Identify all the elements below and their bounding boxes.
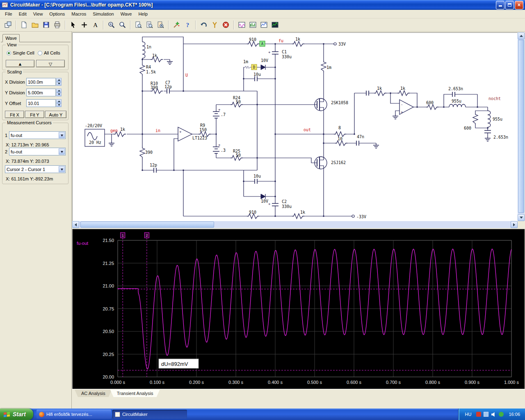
vertical-scrollbar-thumb[interactable] (518, 40, 524, 213)
svg-text:+: + (401, 110, 403, 114)
close-button[interactable]: × (515, 1, 523, 9)
radio-label: All Cells (44, 50, 60, 55)
clock: 16:06 (509, 412, 520, 417)
cursor-diff-select[interactable]: Cursor 2 - Cursor 1 (5, 165, 66, 173)
menu-item-options[interactable]: Options (46, 10, 68, 18)
window-cascade-icon (5, 21, 11, 28)
zoom-selection-button[interactable] (155, 20, 166, 30)
y-division-label: Y Division (5, 90, 25, 95)
menu-item-edit[interactable]: Edit (16, 10, 30, 18)
start-button[interactable]: Start (0, 409, 33, 420)
restore-button[interactable] (505, 1, 514, 9)
waveform-viewer[interactable]: 0.000 s0.100 s0.200 s0.300 s0.400 s0.500… (72, 229, 525, 389)
horizontal-scrollbar-thumb[interactable] (80, 221, 214, 228)
zoom-in-tool-button[interactable] (106, 20, 116, 30)
circuit-label: 12p (164, 84, 172, 89)
cursor1-signal-select[interactable]: fu-out (9, 131, 66, 139)
language-indicator[interactable]: HU (463, 411, 473, 417)
select-tool-button[interactable] (68, 20, 78, 30)
stop-simulation-button[interactable] (221, 20, 231, 30)
antivirus-icon[interactable] (476, 412, 481, 417)
menu-item-simulation[interactable]: Simulation (89, 10, 117, 18)
title-bar[interactable]: CircuitMaker - [C:\Program Files\...\buf… (0, 0, 525, 10)
menu-item-view[interactable]: View (30, 10, 46, 18)
simulation-setup-button[interactable] (171, 20, 182, 30)
tab-ac-analysis[interactable]: AC Analysis (75, 390, 112, 397)
zoom-area-button[interactable] (144, 20, 155, 30)
schematic-canvas[interactable]: + - + + + + + 1n1kR41.5kR10390C712pU910f… (72, 32, 518, 221)
fit-page-icon (135, 21, 142, 28)
spin-up-icon[interactable] (56, 89, 62, 93)
y-division-input[interactable] (26, 89, 56, 96)
circuit-label: LT1223 (192, 136, 207, 140)
spin-down-icon[interactable] (56, 103, 62, 107)
dropdown-arrow-icon[interactable] (59, 132, 65, 138)
scaling-group: Scaling X Division Y Division Y Offset F… (2, 72, 68, 120)
y-division-spinner[interactable] (56, 89, 62, 96)
circuit-label: 20 Hz (89, 140, 101, 145)
svg-text:+: + (179, 130, 182, 134)
radio-all-cells[interactable]: All Cells (38, 50, 60, 55)
fit-y-button[interactable]: Fit Y (25, 111, 44, 118)
zoom-tool-button[interactable] (117, 20, 128, 30)
spin-up-icon[interactable] (56, 78, 62, 82)
spin-down-icon[interactable] (56, 82, 62, 86)
svg-text:+: + (268, 202, 271, 206)
dropdown-arrow-icon[interactable] (59, 166, 65, 172)
taskbar-button-2[interactable]: CircuitMaker (112, 410, 187, 419)
waveforms-window-button[interactable] (237, 20, 247, 30)
menu-item-help[interactable]: Help (135, 10, 151, 18)
menu-item-macros[interactable]: Macros (68, 10, 89, 18)
volume-icon[interactable] (491, 412, 496, 417)
window-cascade-button[interactable] (3, 20, 13, 30)
print-button[interactable] (52, 20, 62, 30)
display-icon[interactable] (484, 412, 488, 417)
scroll-up-button[interactable]: ▲ (6, 60, 34, 67)
spin-up-icon[interactable] (56, 99, 62, 103)
scrollbar-down-arrow[interactable] (518, 214, 525, 221)
circuit-label: 390 (145, 150, 153, 155)
fit-x-button[interactable]: Fit X (5, 111, 24, 118)
tab-wave[interactable]: Wave (2, 34, 20, 42)
analyses-window-button[interactable] (248, 20, 258, 30)
minimize-button[interactable] (496, 1, 504, 9)
app-icon (2, 2, 8, 8)
dropdown-arrow-icon[interactable] (59, 148, 65, 155)
radio-single-cell[interactable]: Single Cell (7, 50, 34, 55)
scrollbar-left-arrow[interactable] (72, 221, 79, 228)
fit-page-button[interactable] (133, 20, 144, 30)
save-file-button[interactable] (41, 20, 51, 30)
taskbar-items: Hifi erősítők tervezés...CircuitMaker (37, 410, 458, 419)
circuit-label: 1.5k (146, 70, 156, 74)
simulation-setup-icon (173, 21, 180, 28)
spin-down-icon[interactable] (56, 93, 62, 97)
new-file-button[interactable] (19, 20, 29, 30)
oscilloscope-window-button[interactable] (259, 20, 269, 30)
x-division-spinner[interactable] (56, 78, 62, 86)
menu-item-wave[interactable]: Wave (117, 10, 135, 18)
x-division-input[interactable] (26, 78, 56, 86)
text-tool-button[interactable] (90, 20, 100, 30)
tab-transient-analysis[interactable]: Transient Analysis (110, 390, 160, 397)
auto-y-button[interactable]: Auto Y (45, 111, 66, 118)
signal-name-label: fu-out (77, 241, 88, 246)
view-group-title: View (6, 42, 18, 47)
y-offset-input[interactable] (26, 99, 56, 107)
scrollbar-right-arrow[interactable] (511, 221, 518, 228)
y-offset-spinner[interactable] (56, 99, 62, 107)
circuit-label: 600 (426, 100, 434, 105)
toolbar-separator (103, 21, 104, 30)
cursor2-signal-select[interactable]: fu-out (9, 148, 66, 155)
taskbar-button-1[interactable]: Hifi erősítők tervezés... (37, 410, 111, 419)
help-button[interactable] (183, 20, 193, 30)
scrollbar-up-arrow[interactable] (518, 32, 525, 39)
menu-item-file[interactable]: File (2, 10, 16, 18)
scroll-down-button[interactable]: ▽ (36, 60, 65, 67)
place-part-button[interactable] (79, 20, 89, 30)
messenger-icon[interactable] (499, 412, 504, 417)
open-file-button[interactable] (30, 20, 40, 30)
circuit-label: 33V (338, 42, 346, 46)
rotate-tool-button[interactable] (199, 20, 209, 30)
probe-tool-button[interactable] (210, 20, 220, 30)
run-simulation-button[interactable] (270, 20, 280, 30)
